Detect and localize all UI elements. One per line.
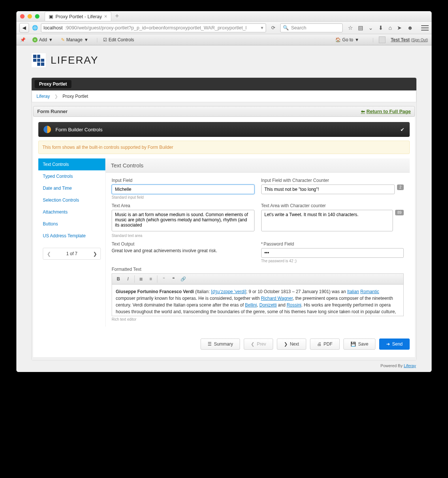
form-runner-label: Form Runner	[37, 109, 68, 114]
password-hint: The password is 42 ;)	[261, 259, 404, 263]
window-titlebar: ▣ Proxy Portlet - Liferay × +	[16, 11, 432, 22]
password-field[interactable]	[261, 248, 404, 258]
face-icon[interactable]: ☻	[407, 25, 413, 31]
next-button[interactable]: ❯Next	[277, 339, 306, 350]
user-link[interactable]: Test Test (Sign Out)	[391, 37, 428, 42]
reload-button[interactable]: ⟳	[269, 24, 277, 32]
breadcrumb-root-link[interactable]: Liferay	[36, 94, 50, 99]
text-output-label: Text Output	[112, 241, 255, 247]
input-field-group: Input Field Standard input field	[112, 178, 255, 199]
rte-quote-button[interactable]: ❝	[169, 275, 177, 283]
breadcrumb-separator-icon: ❯	[54, 94, 58, 99]
input-counter-label: Input Field with Character Counter	[261, 178, 404, 183]
pin-icon[interactable]: 📌	[20, 37, 26, 42]
tab-favicon-icon: ▣	[49, 14, 53, 19]
send-icon[interactable]: ➤	[397, 25, 402, 31]
zoom-window-button[interactable]	[35, 14, 39, 19]
text-output-group: Text Output Great love and great achieve…	[112, 241, 255, 263]
globe-icon: 🌐	[32, 25, 38, 31]
rte-quote-left-icon[interactable]: ❝	[160, 275, 168, 283]
textarea-counter-field[interactable]: Let's write a Tweet. It must fit in 140 …	[261, 210, 393, 231]
textarea-counter-label: Text Area with Character counter	[261, 203, 404, 208]
textarea-counter-group: Text Area with Character counter Let's w…	[261, 203, 404, 238]
site-logo[interactable]: LIFERAY	[31, 53, 417, 68]
input-field-label: Input Field	[112, 178, 255, 183]
plus-icon: +	[32, 37, 38, 42]
close-window-button[interactable]	[20, 14, 25, 19]
nav-buttons[interactable]: Buttons	[38, 218, 105, 230]
info-alert: This form shows all the built-in control…	[38, 141, 410, 154]
edit-controls-link[interactable]: ☑ Edit Controls	[103, 37, 134, 42]
dropdown-marker-icon[interactable]: ▾	[261, 25, 263, 31]
nav-selection-controls[interactable]: Selection Controls	[38, 194, 105, 206]
rte-content[interactable]: Giuseppe Fortunino Francesco Verdi (Ital…	[112, 284, 404, 316]
url-path: :9090/web/guest/proxy-portlet?p_p_id=orb…	[65, 25, 246, 31]
rte-bold-button[interactable]: B	[114, 275, 122, 283]
breadcrumb-current: Proxy Portlet	[63, 94, 88, 99]
browser-tab[interactable]: ▣ Proxy Portlet - Liferay ×	[45, 12, 111, 21]
rte-link-button[interactable]: 🔗	[179, 275, 187, 283]
search-placeholder: Search	[291, 25, 306, 31]
portlet-header: Proxy Portlet	[32, 78, 416, 90]
minimize-window-button[interactable]	[28, 14, 32, 19]
pencil-icon: ✎	[61, 37, 65, 42]
search-icon: 🔍	[283, 25, 289, 31]
textarea-group: Text Area Music is an art form whose med…	[112, 203, 255, 238]
rte-toolbar: B I ≣ ≡ ❝ ❝ 🔗	[112, 273, 404, 284]
pager-text: 1 of 7	[54, 251, 89, 256]
nav-us-address[interactable]: US Address Template	[38, 230, 105, 242]
home-icon[interactable]: ⌂	[388, 25, 392, 31]
user-avatar-icon[interactable]	[379, 36, 385, 43]
reader-icon[interactable]: ▤	[358, 25, 363, 31]
liferay-logo-icon	[31, 53, 46, 68]
rte-ol-button[interactable]: ≡	[147, 275, 155, 283]
goto-menu[interactable]: 🏠 Go to ▼	[335, 37, 359, 42]
pdf-button[interactable]: 🖨PDF	[310, 339, 340, 350]
rte-ul-button[interactable]: ≣	[137, 275, 145, 283]
add-menu[interactable]: +Add ▼	[32, 37, 53, 42]
summary-button[interactable]: ☰Summary	[201, 339, 240, 350]
nav-date-time[interactable]: Date and Time	[38, 182, 105, 194]
prev-button[interactable]: ❮Prev	[244, 339, 273, 350]
footer-liferay-link[interactable]: Liferay	[404, 363, 416, 368]
search-input[interactable]: 🔍 Search	[280, 23, 343, 32]
textarea-label: Text Area	[112, 203, 255, 208]
input-counter-badge: 2	[397, 185, 404, 190]
nav-attachments[interactable]: Attachments	[38, 206, 105, 218]
pocket-icon[interactable]: ⌄	[368, 25, 373, 31]
nav-typed-controls[interactable]: Typed Controls	[38, 170, 105, 182]
return-arrow-icon: ⬅	[361, 109, 365, 114]
new-tab-button[interactable]: +	[115, 12, 119, 20]
return-full-page-link[interactable]: ⬅Return to Full Page	[361, 109, 411, 114]
input-field[interactable]	[112, 185, 255, 194]
input-field-hint: Standard input field	[112, 195, 255, 199]
breadcrumb: Liferay ❯ Proxy Portlet	[32, 90, 416, 102]
nav-text-controls[interactable]: Text Controls	[38, 158, 105, 170]
password-label: Password Field	[261, 241, 404, 247]
input-counter-field[interactable]	[261, 185, 395, 194]
formatted-text-hint: Rich text editor	[112, 317, 404, 321]
portlet-title: Proxy Portlet	[35, 80, 71, 88]
tab-close-icon[interactable]: ×	[104, 13, 107, 19]
bookmark-star-icon[interactable]: ☆	[348, 25, 353, 31]
section-nav: Text Controls Typed Controls Date and Ti…	[38, 158, 105, 327]
textarea-field[interactable]: Music is an art form whose medium is sou…	[112, 210, 255, 231]
logo-text: LIFERAY	[51, 54, 99, 66]
manage-menu[interactable]: ✎Manage ▼	[61, 37, 88, 42]
save-button[interactable]: 💾Save	[343, 339, 375, 350]
form-actions: ☰Summary ❮Prev ❯Next 🖨PDF 💾Save ➜Send	[38, 334, 410, 352]
check-icon: ✔	[400, 127, 404, 132]
textarea-counter-badge: 89	[395, 210, 404, 215]
pager-next-button[interactable]: ❯	[89, 248, 100, 259]
url-input[interactable]: localhost:9090/web/guest/proxy-portlet?p…	[41, 23, 266, 32]
download-icon[interactable]: ⬇	[378, 25, 383, 31]
send-button[interactable]: ➜Send	[379, 339, 410, 350]
text-output-value: Great love and great achievements involv…	[112, 248, 255, 253]
menu-button[interactable]	[421, 25, 429, 31]
pager-prev-button[interactable]: ❮	[43, 248, 54, 259]
rte-italic-button[interactable]: I	[124, 275, 132, 283]
formatted-text-group: Formatted Text B I ≣ ≡	[112, 267, 404, 321]
prev-icon: ❮	[251, 341, 255, 347]
back-button[interactable]: ◀	[19, 23, 29, 33]
send-icon: ➜	[386, 341, 390, 347]
